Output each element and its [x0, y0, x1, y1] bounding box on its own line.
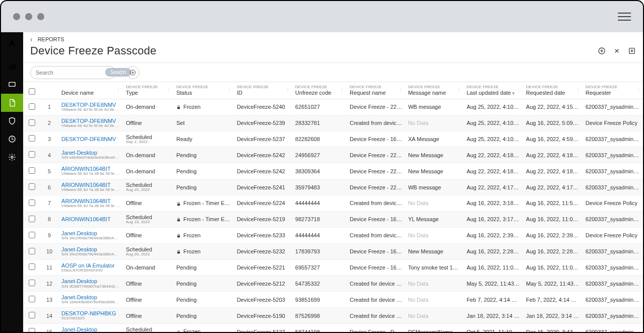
select-all-header[interactable] — [23, 82, 40, 99]
device-name-link[interactable]: Janet-Desktop — [61, 278, 120, 284]
column-type[interactable]: DEVICE FREEZEType⋮ — [123, 82, 173, 99]
request-name: Created for device freez... — [347, 292, 405, 308]
column-menu-icon[interactable]: ⋮ — [227, 88, 232, 93]
device-name-link[interactable]: ARIONWIN1064BIT — [61, 216, 120, 222]
add-circle-icon[interactable] — [598, 47, 606, 55]
freeze-id: DeviceFreeze-5212 — [234, 276, 292, 292]
unfreeze-code: 35979483 — [292, 179, 347, 195]
nav-settings[interactable] — [1, 148, 23, 166]
device-name-link[interactable]: DESKTOP-DFE8NMV — [61, 118, 120, 124]
device-name-link[interactable]: DESKTOP-DFE8NMV — [61, 136, 120, 142]
table-row[interactable]: 6ARIONWIN1064BITVMware-56 4d 7a d8 8e 56… — [23, 179, 643, 195]
row-checkbox[interactable] — [29, 135, 35, 142]
column-device[interactable]: Device name⋮ — [58, 82, 123, 99]
column-status[interactable]: DEVICE FREEZEStatus⋮ — [173, 82, 233, 99]
row-checkbox[interactable] — [29, 199, 35, 206]
device-name-link[interactable]: AOSP on IA Emulator — [61, 262, 120, 269]
table-row[interactable]: 1DESKTOP-DFE8NMVVMware-56 4d 5c f8 be 4d… — [23, 99, 643, 115]
row-checkbox[interactable] — [29, 248, 35, 254]
table-row[interactable]: 15Janet-DesktopS/N e265379a950048c8cdb5e… — [23, 324, 643, 332]
column-menu-icon[interactable]: ⋮ — [398, 88, 403, 93]
device-name-link[interactable]: Janet-Desktop — [61, 230, 120, 236]
column-menu-icon[interactable]: ⋮ — [166, 88, 171, 93]
nav-reports[interactable] — [1, 94, 23, 112]
table-row[interactable]: 2DESKTOP-DFE8NMVVMware-56 4d 5c f8 be 4d… — [23, 115, 643, 131]
row-checkbox[interactable] — [29, 232, 35, 238]
table-row[interactable]: 11AOSP on IA EmulatorEMULATOR30X8X4X0On-… — [23, 259, 643, 276]
table-row[interactable]: 10Janet-DesktopS/N 34c24b6a79e44da386e42… — [23, 243, 643, 259]
svg-rect-15 — [178, 252, 180, 254]
table-row[interactable]: 9Janet-DesktopS/N 34c24b6a79e44da386e42b… — [23, 227, 643, 243]
column-requester[interactable]: DEVICE FREEZERequester⋮ — [583, 82, 643, 99]
device-name-link[interactable]: Janet-Desktop — [61, 246, 120, 252]
row-checkbox[interactable] — [29, 119, 35, 126]
message-name: New Message — [405, 147, 463, 163]
column-menu-icon[interactable]: ⋮ — [456, 88, 461, 93]
device-name-link[interactable]: Janet-Desktop — [61, 150, 120, 156]
row-checkbox[interactable] — [29, 328, 35, 332]
row-number: 3 — [40, 131, 58, 147]
message-name: WB message — [405, 179, 463, 195]
table-row[interactable]: 7ARIONWIN1064BITVMware-56 4d 7a d8 8e 56… — [23, 195, 643, 212]
row-checkbox[interactable] — [29, 167, 35, 174]
table-row[interactable]: 12Janet-DesktopS/N 9038f7796807ba73644d2… — [23, 276, 643, 292]
search-field[interactable]: Search — [30, 66, 116, 79]
breadcrumb[interactable]: ‹ REPORTS — [30, 35, 636, 43]
row-checkbox[interactable] — [29, 280, 35, 286]
device-name-link[interactable]: Janet-Desktop — [61, 326, 120, 332]
row-checkbox[interactable] — [29, 263, 35, 270]
column-menu-icon[interactable]: ⋮ — [340, 88, 345, 93]
column-request-name[interactable]: DEVICE FREEZERequest name⋮ — [347, 82, 405, 99]
row-checkbox[interactable] — [29, 183, 35, 190]
column-last-updated[interactable]: DEVICE FREEZELast updated date▾⋮ — [463, 82, 523, 99]
search-input[interactable] — [36, 70, 105, 76]
column-unfreeze[interactable]: DEVICE FREEZEUnfreeze code⋮ — [292, 82, 347, 99]
add-filter-button[interactable] — [126, 66, 139, 79]
export-icon[interactable] — [613, 47, 621, 55]
column-id[interactable]: DEVICE FREEZEID⋮ — [234, 82, 292, 99]
column-menu-icon[interactable]: ⋮ — [516, 88, 521, 93]
table-row[interactable]: 8ARIONWIN1064BITScheduledAug 18, 2022Fro… — [23, 211, 643, 227]
device-name-link[interactable]: DESKTOP-DFE8NMV — [61, 102, 120, 108]
row-checkbox[interactable] — [29, 151, 35, 158]
column-menu-icon[interactable]: ⋮ — [576, 88, 581, 93]
nav-history[interactable] — [1, 130, 23, 148]
sort-desc-icon[interactable]: ▾ — [512, 91, 515, 96]
device-name-link[interactable]: DESKTOP-N8PHBKG — [61, 310, 120, 316]
freeze-type: On-demand — [126, 264, 155, 271]
table-row[interactable]: 3DESKTOP-DFE8NMVScheduledSep 2, 2022Read… — [23, 131, 643, 147]
table-row[interactable]: 14DESKTOP-N8PHBKG5C07061825OfflinePendin… — [23, 308, 643, 324]
column-menu-icon[interactable]: ⋮ — [285, 88, 290, 93]
requester: 6200337_sysadmin@abs... — [583, 308, 643, 324]
requester: 6200337_sysadmin@abs... — [583, 259, 643, 276]
nav-devices[interactable] — [1, 76, 23, 94]
freeze-type: Offline — [126, 120, 142, 126]
message-name: YL Message — [405, 211, 463, 227]
save-icon[interactable] — [628, 47, 636, 55]
table-row[interactable]: 13Janet-DesktopS/N 1e4e490d6478d45ec80fe… — [23, 292, 643, 308]
column-requested-date[interactable]: DEVICE FREEZERequested date⋮ — [523, 82, 583, 99]
device-subtext: S/N e4e90ed7a0bde4dc8bcefe6390601... — [61, 156, 120, 160]
nav-dashboard[interactable] — [1, 57, 23, 76]
row-checkbox[interactable] — [29, 296, 35, 302]
device-name-link[interactable]: ARIONWIN1064BIT — [61, 198, 120, 204]
select-all-checkbox[interactable] — [29, 88, 35, 95]
column-menu-icon[interactable]: ⋮ — [636, 88, 641, 93]
nav-policies[interactable] — [1, 112, 23, 130]
table-row[interactable]: 5ARIONWIN1064BITVMware-56 4d 7a d8 8e 56… — [23, 163, 643, 179]
row-checkbox[interactable] — [29, 103, 35, 110]
column-menu-icon[interactable]: ⋮ — [116, 88, 121, 93]
menu-icon[interactable] — [618, 13, 631, 21]
back-chevron-icon[interactable]: ‹ — [30, 35, 33, 43]
window-controls[interactable] — [13, 13, 44, 20]
row-checkbox[interactable] — [29, 216, 35, 222]
requester: 6200337_sysadmin@abs... — [583, 179, 643, 195]
device-name-link[interactable]: ARIONWIN1064BIT — [61, 182, 120, 188]
row-checkbox[interactable] — [29, 312, 35, 318]
device-subtext: VMware-56 4d 5c f8 be 4d 6b 84-eb 2... — [61, 108, 120, 112]
table-row[interactable]: 4Janet-DesktopS/N e4e90ed7a0bde4dc8bcefe… — [23, 147, 643, 163]
device-name-link[interactable]: Janet-Desktop — [61, 294, 120, 300]
device-name-link[interactable]: ARIONWIN1064BIT — [61, 166, 120, 172]
breadcrumb-label[interactable]: REPORTS — [38, 36, 64, 42]
column-message-name[interactable]: DEVICE FREEZEMessage name⋮ — [405, 82, 463, 99]
